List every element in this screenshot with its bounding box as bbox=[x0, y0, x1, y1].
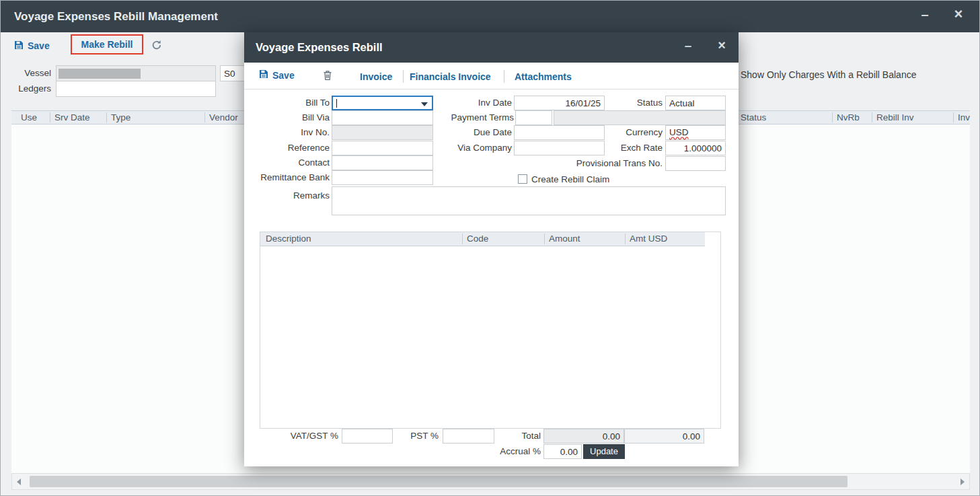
total-amt-usd-input[interactable] bbox=[624, 429, 704, 444]
refresh-button[interactable] bbox=[151, 40, 162, 50]
toolbar-separator bbox=[504, 70, 504, 83]
save-icon bbox=[14, 40, 24, 52]
column-separator bbox=[50, 112, 50, 122]
column-separator bbox=[625, 234, 626, 244]
bill-via-label: Bill Via bbox=[244, 110, 330, 125]
remarks-textarea[interactable] bbox=[332, 186, 726, 215]
due-date-label: Due Date bbox=[445, 125, 512, 140]
update-button[interactable]: Update bbox=[583, 444, 625, 459]
dialog-table: Description Code Amount Amt USD bbox=[260, 232, 721, 429]
status-label: Status bbox=[609, 96, 663, 110]
dialog-table-header: Description Code Amount Amt USD bbox=[260, 232, 705, 246]
currency-input[interactable]: USD bbox=[665, 125, 726, 140]
dialog-toolbar: Save Invoice Financials Invoice Attachme… bbox=[244, 63, 739, 90]
col-rebill-inv[interactable]: Rebill Inv bbox=[876, 111, 914, 124]
make-rebill-button[interactable]: Make Rebill bbox=[71, 34, 143, 55]
main-save-label: Save bbox=[28, 40, 50, 51]
remarks-label: Remarks bbox=[244, 188, 330, 203]
inv-date-label: Inv Date bbox=[431, 96, 512, 110]
vessel-label: Vessel bbox=[7, 66, 51, 81]
voyage-expenses-rebill-dialog: Voyage Expenses Rebill – × Save Invoice … bbox=[244, 32, 739, 466]
save-icon bbox=[259, 69, 268, 81]
bill-to-label: Bill To bbox=[244, 96, 330, 110]
create-rebill-claim-label[interactable]: Create Rebill Claim bbox=[531, 172, 609, 187]
chevron-down-icon[interactable] bbox=[421, 102, 428, 106]
col-inv[interactable]: Inv bbox=[958, 111, 970, 124]
voyage-expenses-rebill-management-window: Voyage Expenses Rebill Management – × Sa… bbox=[0, 0, 980, 496]
financials-invoice-link[interactable]: Financials Invoice bbox=[410, 71, 491, 82]
trash-icon bbox=[323, 71, 332, 83]
inv-no-label: Inv No. bbox=[244, 125, 330, 140]
total-amount-input[interactable] bbox=[543, 429, 624, 444]
main-window-title: Voyage Expenses Rebill Management bbox=[14, 1, 218, 32]
column-separator bbox=[462, 234, 463, 244]
payment-terms-label: Payment Terms bbox=[438, 110, 514, 125]
contact-label: Contact bbox=[244, 155, 330, 170]
delete-button[interactable] bbox=[323, 70, 332, 83]
column-separator bbox=[106, 112, 107, 122]
vessel-value-redacted bbox=[59, 69, 141, 79]
pst-label: PST % bbox=[371, 429, 439, 444]
reference-label: Reference bbox=[244, 141, 330, 155]
exch-rate-input[interactable] bbox=[665, 141, 726, 155]
ledgers-label: Ledgers bbox=[7, 81, 51, 96]
horizontal-scrollbar[interactable] bbox=[11, 473, 970, 490]
dialog-minimize-button[interactable]: – bbox=[679, 38, 698, 53]
payment-terms-desc-input[interactable] bbox=[554, 110, 726, 125]
col-nvrb[interactable]: NvRb bbox=[837, 111, 860, 124]
via-company-input[interactable] bbox=[514, 141, 605, 155]
dialog-close-button[interactable]: × bbox=[712, 38, 731, 53]
col-status[interactable]: Status bbox=[741, 111, 766, 124]
total-label: Total bbox=[474, 429, 541, 444]
create-rebill-claim-checkbox[interactable] bbox=[518, 174, 527, 184]
status-input[interactable] bbox=[665, 96, 726, 110]
col-amt-usd[interactable]: Amt USD bbox=[630, 232, 667, 245]
currency-value: USD bbox=[669, 127, 689, 137]
dialog-table-body bbox=[260, 246, 720, 428]
scroll-right-icon[interactable] bbox=[960, 479, 965, 485]
inv-no-input[interactable] bbox=[332, 125, 433, 140]
attachments-link[interactable]: Attachments bbox=[515, 71, 572, 82]
col-type[interactable]: Type bbox=[111, 111, 130, 124]
contact-input[interactable] bbox=[332, 155, 433, 170]
scrollbar-thumb[interactable] bbox=[30, 476, 847, 487]
scroll-left-icon[interactable] bbox=[17, 479, 21, 485]
payment-terms-input[interactable] bbox=[515, 110, 552, 125]
dialog-titlebar: Voyage Expenses Rebill – × bbox=[244, 32, 739, 63]
make-rebill-label: Make Rebill bbox=[81, 39, 133, 50]
refresh-icon bbox=[151, 41, 162, 52]
remittance-bank-label: Remittance Bank bbox=[244, 170, 330, 185]
col-vendor[interactable]: Vendor bbox=[209, 111, 238, 124]
col-description[interactable]: Description bbox=[266, 232, 311, 245]
dialog-save-button[interactable]: Save bbox=[259, 69, 295, 81]
main-minimize-button[interactable]: – bbox=[915, 7, 934, 22]
due-date-input[interactable] bbox=[514, 125, 605, 140]
remittance-bank-input[interactable] bbox=[332, 170, 433, 185]
invoice-link[interactable]: Invoice bbox=[360, 71, 392, 82]
bill-via-input[interactable] bbox=[332, 110, 433, 125]
column-separator bbox=[953, 112, 954, 122]
main-titlebar: Voyage Expenses Rebill Management – × bbox=[1, 1, 980, 32]
vat-gst-label: VAT/GST % bbox=[271, 429, 338, 444]
col-code[interactable]: Code bbox=[467, 232, 488, 245]
reference-input[interactable] bbox=[332, 141, 433, 155]
vessel-input[interactable] bbox=[56, 65, 216, 81]
column-separator bbox=[544, 234, 545, 244]
col-srv-date[interactable]: Srv Date bbox=[54, 111, 90, 124]
show-only-charges-label[interactable]: Show Only Charges With a Rebill Balance bbox=[741, 67, 916, 82]
accrual-label: Accrual % bbox=[474, 444, 541, 459]
col-amount[interactable]: Amount bbox=[549, 232, 580, 245]
text-cursor bbox=[336, 99, 337, 108]
main-save-button[interactable]: Save bbox=[14, 38, 50, 53]
main-close-button[interactable]: × bbox=[949, 5, 968, 23]
accrual-input[interactable] bbox=[543, 444, 582, 459]
column-separator bbox=[872, 112, 872, 122]
col-use[interactable]: Use bbox=[21, 111, 37, 124]
ledgers-input[interactable] bbox=[56, 81, 216, 97]
inv-date-input[interactable] bbox=[514, 96, 605, 110]
provisional-trans-no-input[interactable] bbox=[665, 156, 726, 171]
bill-to-combobox[interactable] bbox=[332, 96, 433, 110]
via-company-label: Via Company bbox=[445, 141, 512, 155]
dialog-save-label: Save bbox=[272, 70, 295, 81]
column-separator bbox=[832, 112, 833, 122]
